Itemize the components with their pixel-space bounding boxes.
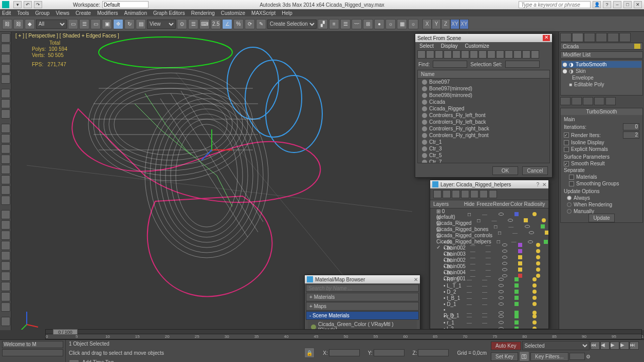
prev-frame-icon[interactable]: ◀ [600,341,610,350]
scene-list-item[interactable]: Bone097(mirrored) [418,85,549,92]
manual-radio[interactable] [567,209,572,214]
play-icon[interactable]: ▶ [610,341,619,350]
layer-row[interactable]: • r_1—— [430,319,548,326]
timeline[interactable]: 0 / 100 05101520253035404550556065707580… [45,329,642,339]
render-iters-check[interactable] [564,132,569,138]
pivot-icon[interactable]: ⊙ [177,19,187,29]
filter-icon[interactable] [522,50,530,59]
lb-icon[interactable] [1,220,10,230]
maxscript-mini[interactable]: Welcome to M [2,341,63,348]
menu-create[interactable]: Create [76,10,91,16]
angle-snap-icon[interactable]: ∠ [222,19,232,29]
add-sel-icon[interactable] [452,190,460,198]
scene-list-item[interactable]: Controlers_Fly_right_front [418,132,549,139]
filter-icon[interactable] [513,50,522,59]
autokey-button[interactable]: Auto Key [491,341,521,350]
menu-grapheditors[interactable]: Graph Editors [153,10,185,16]
lb-icon[interactable] [1,185,10,195]
scene-list-item[interactable]: Cicada [418,99,549,105]
lb-icon[interactable] [1,292,10,301]
close-icon[interactable]: ✕ [542,182,546,187]
render-iters-spinner[interactable]: 2 [623,131,639,139]
layer-row[interactable]: • r_2—— [430,313,548,319]
scene-list-item[interactable]: Controlers_Fly_left_back [418,119,549,125]
lb-icon[interactable] [1,134,10,143]
filter-icon[interactable] [444,50,452,59]
explicit-check[interactable] [564,147,569,152]
modifier-stack[interactable]: ◑TurboSmooth ◑Skin Envelope ■Editable Po… [560,60,643,96]
close-button[interactable]: ✕ [634,1,642,8]
menu-help[interactable]: Help [282,10,292,16]
update-button[interactable]: Update [588,214,614,222]
menu-tools[interactable]: Tools [17,10,29,16]
section-materials[interactable]: + Materials [306,293,419,301]
freeze-icon[interactable] [489,190,497,198]
frame-input[interactable] [569,353,585,360]
layer-row[interactable]: • D_2—— [430,289,548,295]
lb-icon[interactable] [1,210,10,219]
layer-row[interactable]: • R_B_1—— [430,307,548,313]
close-icon[interactable]: ✕ [543,35,550,41]
tab-hierarchy-icon[interactable] [584,33,595,42]
menu-views[interactable]: Views [56,10,69,16]
lock-icon[interactable]: 🔒 [304,348,315,358]
lb-icon[interactable] [1,155,10,164]
tab-modify-icon[interactable] [572,33,583,42]
make-unique-icon[interactable] [583,97,593,105]
smooth-check[interactable] [564,161,569,166]
menu-rendering[interactable]: Rendering [191,10,215,16]
menu-edit[interactable]: Edit [2,10,11,16]
signin-icon[interactable]: 👤 [593,1,601,8]
link-icon[interactable]: ⛓ [2,19,12,29]
column-header[interactable]: Name [418,70,549,79]
keyfilters-button[interactable]: Key Filters... [530,352,568,361]
maxscript-input[interactable] [2,349,63,356]
dlg-menu-select[interactable]: Select [419,43,434,49]
menu-animation[interactable]: Animation [124,10,146,16]
configure-icon[interactable] [605,97,616,105]
scene-list-item[interactable]: Controlers_Fly_right_back [418,125,549,132]
lb-icon[interactable] [1,74,10,84]
lb-icon[interactable] [1,64,10,73]
section-scene-materials[interactable]: - Scene Materials [306,311,419,320]
cancel-button[interactable]: Cancel [522,166,548,175]
tab-utilities-icon[interactable] [619,33,631,42]
lb-icon[interactable] [1,54,10,63]
find-input[interactable] [433,61,467,68]
layers-icon[interactable]: ☰ [340,19,351,29]
qat-btn[interactable]: ▾ [13,1,22,8]
menu-group[interactable]: Group [35,10,50,16]
keymode-select[interactable]: Selected [522,341,590,350]
schematic-icon[interactable]: ⊞ [363,19,373,29]
qat-btn[interactable]: ↶ [24,1,32,8]
selection-filter[interactable]: All [36,20,67,29]
tab-display-icon[interactable] [608,33,619,42]
select-icon[interactable]: ▭ [68,19,78,29]
lb-icon[interactable] [1,231,10,240]
scene-list-item[interactable]: Ctr_3 [418,145,549,152]
layer-row[interactable]: • t_B_1—— [430,295,548,301]
rfw-icon[interactable]: ▦ [397,19,407,29]
lb-icon[interactable] [1,317,10,326]
render-setup-icon[interactable]: ☼ [385,19,396,29]
filter-icon[interactable] [487,50,495,59]
section-maps[interactable]: + Maps [306,302,419,311]
axis-z[interactable]: Z [441,19,450,29]
tab-create-icon[interactable] [560,33,572,42]
spinner-snap-icon[interactable]: ⟳ [245,19,255,29]
mated-icon[interactable]: ● [374,19,384,29]
dlg-menu-customize[interactable]: Customize [465,43,489,49]
axis-xy2[interactable]: XY [459,19,469,29]
lb-icon[interactable] [1,33,10,43]
layer-row[interactable]: • D_1—— [430,301,548,307]
filter-icon[interactable] [452,50,461,59]
whenrender-radio[interactable] [567,202,572,207]
goto-start-icon[interactable]: ⏮ [591,341,600,350]
lb-icon[interactable] [1,261,10,271]
color-swatch[interactable] [634,44,640,49]
select-name-icon[interactable]: ☰ [79,19,89,29]
lb-icon[interactable] [1,302,10,312]
named-sel-set[interactable]: Create Selection S [267,20,317,29]
maximize-button[interactable]: □ [623,1,632,8]
layer-row[interactable]: ⊞ 0 (default)□— [430,208,548,215]
